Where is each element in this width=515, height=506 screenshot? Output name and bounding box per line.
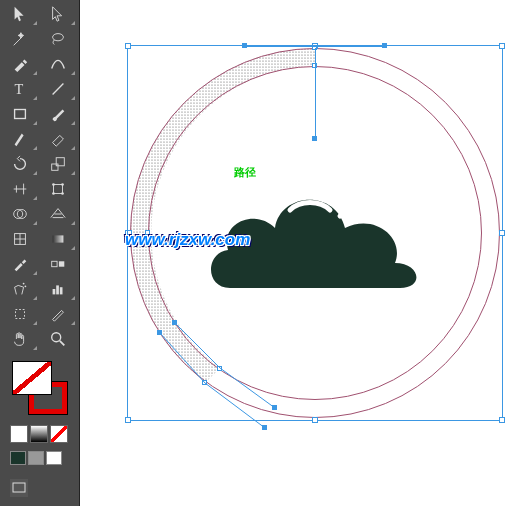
slice-tool[interactable] [40,302,76,326]
control-handle[interactable] [262,425,267,430]
svg-point-19 [23,283,25,285]
line-segment-tool[interactable] [40,77,76,101]
svg-rect-16 [53,235,64,242]
tool-grid: T [0,0,79,353]
anchor-point[interactable] [145,230,150,235]
anchor-point[interactable] [127,230,132,235]
tools-panel: T [0,0,80,506]
hand-tool[interactable] [2,327,38,351]
svg-point-10 [61,192,64,195]
color-mode-icon[interactable] [10,425,28,443]
column-graph-tool[interactable] [40,277,76,301]
svg-rect-4 [52,164,58,170]
control-handle-line [245,46,385,47]
svg-rect-21 [53,289,56,294]
gradient-mode-icon[interactable] [30,425,48,443]
bbox-handle[interactable] [499,230,505,236]
svg-rect-24 [16,310,25,319]
screen-mode-icon[interactable] [10,479,28,497]
control-handle[interactable] [242,43,247,48]
swatch-2[interactable] [28,451,44,465]
canvas-area[interactable]: 路径 www.rjzxw.com [80,0,515,506]
pen-tool[interactable] [2,52,38,76]
paintbrush-tool[interactable] [40,102,76,126]
control-handle[interactable] [382,43,387,48]
svg-rect-3 [15,110,26,119]
fill-color[interactable] [12,361,52,395]
width-tool[interactable] [2,177,38,201]
curvature-tool[interactable] [40,52,76,76]
svg-line-2 [53,84,64,95]
svg-rect-18 [59,261,64,266]
color-controls [0,353,79,503]
bbox-handle[interactable] [312,417,318,423]
svg-point-7 [52,183,55,186]
bbox-handle[interactable] [499,43,505,49]
control-handle[interactable] [312,136,317,141]
perspective-grid-tool[interactable] [40,202,76,226]
artboard-tool[interactable] [2,302,38,326]
svg-point-20 [25,285,27,287]
svg-rect-22 [56,285,59,294]
svg-line-26 [60,341,65,346]
symbol-sprayer-tool[interactable] [2,277,38,301]
blend-tool[interactable] [40,252,76,276]
control-handle[interactable] [272,405,277,410]
control-handle[interactable] [157,330,162,335]
artwork [130,48,500,418]
svg-point-8 [61,183,64,186]
fill-stroke-indicator[interactable] [8,361,72,415]
scale-tool[interactable] [40,152,76,176]
bbox-handle[interactable] [125,417,131,423]
anchor-point[interactable] [202,380,207,385]
shaper-tool[interactable] [2,127,38,151]
magic-wand-tool[interactable] [2,27,38,51]
mesh-tool[interactable] [2,227,38,251]
swatch-row [4,449,75,467]
svg-rect-6 [54,185,63,194]
eraser-tool[interactable] [40,127,76,151]
svg-rect-17 [52,261,57,266]
eyedropper-tool[interactable] [2,252,38,276]
lasso-tool[interactable] [40,27,76,51]
type-tool[interactable]: T [2,77,38,101]
rectangle-tool[interactable] [2,102,38,126]
svg-point-9 [52,192,55,195]
control-handle[interactable] [172,320,177,325]
svg-rect-27 [13,483,25,492]
bbox-handle[interactable] [499,417,505,423]
zoom-tool[interactable] [40,327,76,351]
rotate-tool[interactable] [2,152,38,176]
swatch-3[interactable] [46,451,62,465]
gradient-tool[interactable] [40,227,76,251]
bbox-handle[interactable] [125,43,131,49]
swatch-1[interactable] [10,451,26,465]
anchor-point[interactable] [217,366,222,371]
svg-rect-23 [60,287,63,294]
svg-text:T: T [15,81,24,97]
none-mode-icon[interactable] [50,425,68,443]
direct-selection-tool[interactable] [40,2,76,26]
free-transform-tool[interactable] [40,177,76,201]
svg-rect-5 [56,158,64,166]
selection-tool[interactable] [2,2,38,26]
shape-builder-tool[interactable] [2,202,38,226]
svg-point-25 [52,333,61,342]
control-handle-line [315,48,316,138]
